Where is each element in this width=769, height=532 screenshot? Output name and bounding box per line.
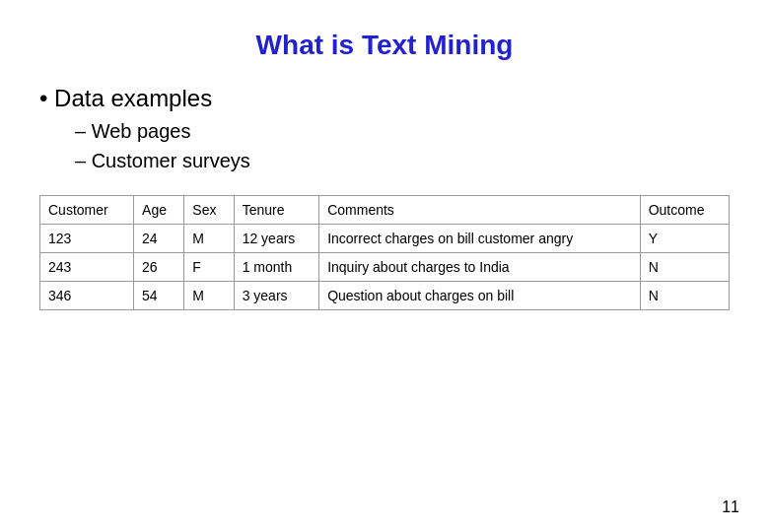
cell-tenure-2: 3 years (234, 282, 319, 310)
slide-title: What is Text Mining (39, 30, 730, 61)
table-row: 24326F1 monthInquiry about charges to In… (40, 253, 730, 282)
cell-sex-2: M (184, 282, 234, 310)
bullet-main: • Data examples (39, 85, 730, 112)
page-number: 11 (722, 499, 739, 516)
col-header-customer: Customer (40, 196, 134, 225)
cell-sex-1: F (184, 253, 234, 282)
cell-age-2: 54 (134, 282, 184, 310)
bullet-sub-1: – Web pages (75, 116, 730, 146)
col-header-outcome: Outcome (640, 196, 729, 225)
cell-comments-0: Incorrect charges on bill customer angry (319, 225, 640, 253)
table-row: 34654M3 yearsQuestion about charges on b… (40, 282, 730, 310)
col-header-comments: Comments (319, 196, 640, 225)
cell-customer-2: 346 (40, 282, 134, 310)
col-header-tenure: Tenure (234, 196, 319, 225)
cell-outcome-1: N (640, 253, 729, 282)
cell-tenure-0: 12 years (234, 225, 319, 253)
cell-customer-0: 123 (40, 225, 134, 253)
cell-age-1: 26 (134, 253, 184, 282)
cell-sex-0: M (184, 225, 234, 253)
table-header-row: Customer Age Sex Tenure Comments Outcome (40, 196, 730, 225)
data-table: Customer Age Sex Tenure Comments Outcome… (39, 195, 730, 310)
cell-outcome-2: N (640, 282, 729, 310)
table-row: 12324M12 yearsIncorrect charges on bill … (40, 225, 730, 253)
cell-customer-1: 243 (40, 253, 134, 282)
cell-comments-1: Inquiry about charges to India (319, 253, 640, 282)
bullet-section: • Data examples – Web pages – Customer s… (39, 85, 730, 175)
col-header-sex: Sex (184, 196, 234, 225)
bullet-sub-2: – Customer surveys (75, 146, 730, 175)
cell-age-0: 24 (134, 225, 184, 253)
cell-comments-2: Question about charges on bill (319, 282, 640, 310)
col-header-age: Age (134, 196, 184, 225)
cell-outcome-0: Y (640, 225, 729, 253)
cell-tenure-1: 1 month (234, 253, 319, 282)
slide: What is Text Mining • Data examples – We… (0, 0, 769, 532)
